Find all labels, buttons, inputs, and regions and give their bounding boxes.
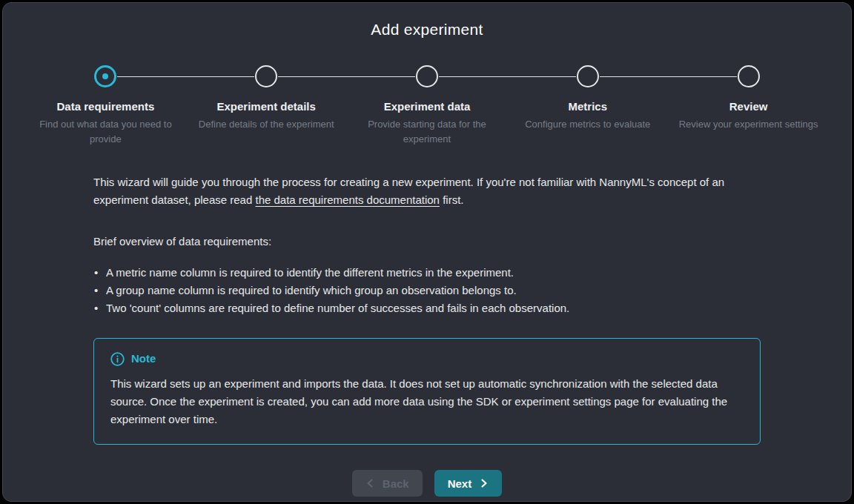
requirement-item: A metric name column is required to iden… (93, 264, 761, 282)
step-circle (416, 65, 438, 87)
info-icon (110, 352, 125, 366)
requirement-item: A group name column is required to ident… (93, 282, 761, 299)
add-experiment-dialog: Add experiment Data requirements Find ou… (2, 2, 852, 502)
chevron-right-icon (480, 478, 489, 488)
requirements-list: A metric name column is required to iden… (93, 264, 761, 317)
next-button-label: Next (448, 477, 472, 490)
back-button-label: Back (383, 477, 409, 490)
step-title: Metrics (569, 99, 608, 114)
step-experiment-data: Experiment data Provide starting data fo… (347, 65, 508, 147)
data-requirements-doc-link[interactable]: the data requirements documentation (255, 193, 440, 206)
step-metrics: Metrics Configure metrics to evaluate (507, 65, 668, 147)
step-experiment-details: Experiment details Define details of the… (186, 65, 347, 147)
step-title: Data requirements (57, 99, 155, 114)
step-title: Review (729, 99, 768, 114)
requirement-item: Two 'count' columns are required to defi… (93, 299, 761, 317)
step-subtitle: Review your experiment settings (679, 117, 818, 132)
intro-text-after-link: first. (440, 193, 464, 206)
next-button[interactable]: Next (434, 470, 503, 497)
wizard-content: This wizard will guide you through the p… (93, 173, 761, 497)
step-circle (255, 65, 277, 87)
step-subtitle: Define details of the experiment (199, 117, 334, 132)
wizard-actions: Back Next (93, 470, 761, 497)
step-title: Experiment data (384, 99, 471, 114)
stepper: Data requirements Find out what data you… (3, 65, 851, 147)
back-button[interactable]: Back (352, 470, 423, 497)
overview-heading: Brief overview of data requirements: (93, 233, 761, 251)
note-body: This wizard sets up an experiment and im… (110, 375, 744, 428)
chevron-left-icon (365, 478, 374, 488)
note-callout: Note This wizard sets up an experiment a… (93, 338, 761, 445)
step-subtitle: Configure metrics to evaluate (525, 117, 650, 132)
step-active-dot (102, 73, 108, 79)
step-subtitle: Find out what data you need to provide (31, 117, 179, 147)
step-circle (738, 65, 760, 87)
step-circle (577, 65, 599, 87)
note-label: Note (131, 351, 156, 366)
step-circle-active (94, 65, 116, 87)
intro-paragraph: This wizard will guide you through the p… (93, 173, 761, 209)
dialog-title: Add experiment (3, 3, 851, 40)
step-data-requirements: Data requirements Find out what data you… (25, 65, 186, 147)
step-title: Experiment details (217, 99, 316, 114)
note-header: Note (110, 351, 744, 366)
step-review: Review Review your experiment settings (668, 65, 829, 147)
step-subtitle: Provide starting data for the experiment (353, 117, 501, 147)
